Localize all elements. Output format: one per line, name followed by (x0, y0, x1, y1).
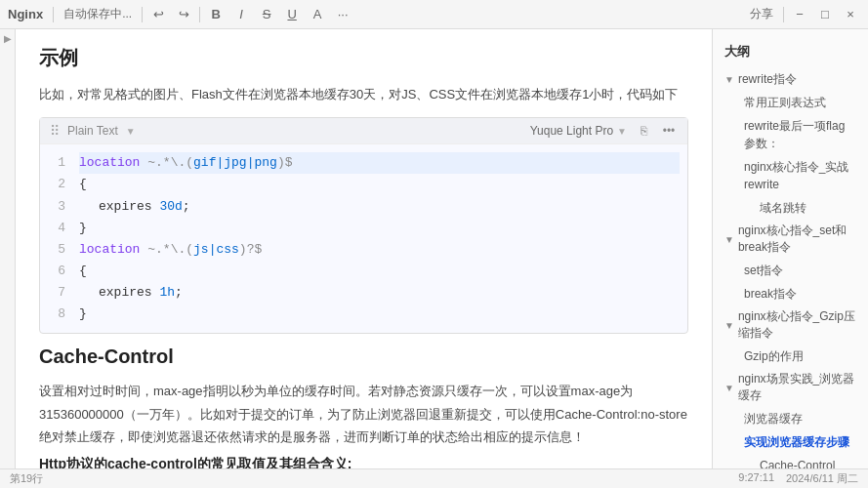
http-cache-subtitle: Http协议的cache-control的常见取值及其组合含义: (39, 456, 688, 468)
bold-icon[interactable]: B (206, 5, 226, 24)
outline-sub-set: set指令 break指令 (713, 259, 868, 305)
window-close-icon[interactable]: × (841, 5, 860, 24)
outline-sub-gzip: Gzip的作用 (713, 345, 868, 368)
outline-item-flag[interactable]: rewrite最后一项flag参数： (732, 114, 868, 155)
outline-item-set-break[interactable]: ▼ nginx核心指令_set和break指令 (713, 220, 868, 259)
outline-item-rewrite-practice[interactable]: nginx核心指令_实战rewrite (732, 155, 868, 196)
toolbar-separator-4 (783, 7, 784, 22)
outline-item-rewrite[interactable]: ▼ rewrite指令 (713, 68, 868, 91)
code-line-8: } (79, 304, 680, 325)
code-drag-handle-icon[interactable]: ⠿ (50, 123, 60, 139)
code-line-4: } (79, 218, 680, 239)
code-more-icon[interactable]: ••• (660, 122, 678, 140)
outline-toggle-rewrite: ▼ (724, 74, 734, 85)
outline-label-rewrite: rewrite指令 (738, 71, 797, 88)
code-line-3: expires 30d; (79, 196, 680, 218)
code-header: ⠿ Plain Text ▼ Yuque Light Pro ▼ ⎘ ••• (40, 118, 687, 144)
content-area: 示例 比如，对常见格式的图片、Flash文件在浏览器本地缓存30天，对JS、CS… (16, 29, 712, 468)
share-button[interactable]: 分享 (746, 4, 777, 24)
outline-title: 大纲 (713, 39, 868, 68)
outline-sub-rewrite: 常用正则表达式 rewrite最后一项flag参数： nginx核心指令_实战r… (713, 91, 868, 220)
line-num-1: 1 (46, 152, 65, 174)
code-language-selector[interactable]: Plain Text (67, 124, 118, 138)
outline-sub-browser-cache: 浏览器缓存 实现浏览器缓存步骤 Cache-Control 缓存流程 企业实示例 (713, 407, 868, 468)
outline-item-gzip[interactable]: ▼ nginx核心指令_Gzip压缩指令 (713, 305, 868, 345)
outline-item-browser-cache[interactable]: ▼ nginx场景实践_浏览器缓存 (713, 368, 868, 407)
code-body: 1 2 3 4 5 6 7 8 location ~.*\.(gif|jpg|p… (40, 144, 687, 333)
line-num-3: 3 (46, 196, 65, 218)
code-line-2: { (79, 174, 680, 195)
status-bar: 第19行 9:27:11 2024/6/11 周二 (0, 468, 868, 488)
outline-item-gzip-effect[interactable]: Gzip的作用 (732, 345, 868, 368)
app-logo: Nginx (8, 7, 43, 21)
line-num-5: 5 (46, 239, 65, 261)
outline-toggle-browser-cache: ▼ (724, 383, 734, 393)
code-theme-label: Yuque Light Pro (530, 124, 613, 138)
outline-sidebar: 大纲 ▼ rewrite指令 常用正则表达式 rewrite最后一项flag参数… (712, 29, 868, 468)
code-content[interactable]: location ~.*\.(gif|jpg|png)$ { expires 3… (71, 152, 687, 325)
line-num-8: 8 (46, 304, 65, 325)
status-time: 9:27:11 (738, 471, 774, 486)
highlight-icon[interactable]: A (308, 5, 327, 24)
status-right: 9:27:11 2024/6/11 周二 (738, 471, 858, 486)
line-num-2: 2 (46, 174, 65, 195)
cache-control-title: Cache-Control (39, 346, 688, 368)
outline-item-domain-redirect[interactable]: 域名跳转 (732, 196, 868, 220)
autosave-status: 自动保存中... (60, 4, 136, 24)
outline-item-impl-cache[interactable]: 实现浏览器缓存步骤 (732, 430, 868, 454)
toolbar: Nginx 自动保存中... ↩ ↪ B I S U A ··· 分享 − □ … (0, 0, 868, 29)
code-block: ⠿ Plain Text ▼ Yuque Light Pro ▼ ⎘ ••• 1… (39, 117, 688, 334)
underline-icon[interactable]: U (282, 5, 302, 24)
toolbar-separator-2 (142, 7, 143, 22)
status-date: 2024/6/11 周二 (786, 471, 858, 486)
window-maximize-icon[interactable]: □ (815, 5, 835, 24)
outline-toggle-gzip: ▼ (724, 320, 734, 331)
outline-item-break[interactable]: break指令 (732, 282, 868, 305)
redo-icon[interactable]: ↪ (174, 5, 193, 24)
line-num-6: 6 (46, 261, 65, 282)
code-copy-icon[interactable]: ⎘ (635, 122, 652, 140)
outline-label-browser-cache: nginx场景实践_浏览器缓存 (738, 371, 856, 404)
theme-dropdown-icon: ▼ (617, 126, 627, 137)
outline-item-cache-control[interactable]: Cache-Control (732, 454, 868, 468)
left-gutter: ▶ (0, 29, 16, 468)
more-format-icon[interactable]: ··· (333, 5, 352, 24)
cache-control-desc: 设置相对过时时间，max-age指明以秒为单位的缓存时间。若对静态资源只缓存一次… (39, 380, 688, 448)
outline-toggle-set: ▼ (724, 234, 734, 245)
collapse-arrow-icon[interactable]: ▶ (4, 33, 12, 44)
main-layout: ▶ 示例 比如，对常见格式的图片、Flash文件在浏览器本地缓存30天，对JS、… (0, 29, 868, 468)
code-theme-selector[interactable]: Yuque Light Pro ▼ (530, 124, 627, 138)
code-line-5: location ~.*\.(js|css)?$ (79, 239, 680, 261)
outline-item-browser-cache-intro[interactable]: 浏览器缓存 (732, 407, 868, 430)
line-numbers: 1 2 3 4 5 6 7 8 (40, 152, 71, 325)
outline-label-gzip: nginx核心指令_Gzip压缩指令 (738, 308, 856, 342)
example-desc: 比如，对常见格式的图片、Flash文件在浏览器本地缓存30天，对JS、CSS文件… (39, 83, 688, 105)
toolbar-separator (53, 7, 54, 22)
toolbar-separator-3 (199, 7, 200, 22)
cursor-position: 第19行 (10, 471, 43, 486)
code-line-7: expires 1h; (79, 282, 680, 304)
italic-icon[interactable]: I (231, 5, 251, 24)
lang-dropdown-icon[interactable]: ▼ (126, 126, 136, 137)
example-section-title: 示例 (39, 45, 688, 71)
outline-item-regex[interactable]: 常用正则表达式 (732, 91, 868, 114)
code-line-6: { (79, 261, 680, 282)
line-num-4: 4 (46, 218, 65, 239)
outline-label-set: nginx核心指令_set和break指令 (738, 223, 856, 256)
outline-item-set[interactable]: set指令 (732, 259, 868, 282)
undo-icon[interactable]: ↩ (148, 5, 168, 24)
strikethrough-icon[interactable]: S (257, 5, 276, 24)
line-num-7: 7 (46, 282, 65, 304)
window-minimize-icon[interactable]: − (790, 5, 809, 24)
code-line-1: location ~.*\.(gif|jpg|png)$ (79, 152, 680, 174)
